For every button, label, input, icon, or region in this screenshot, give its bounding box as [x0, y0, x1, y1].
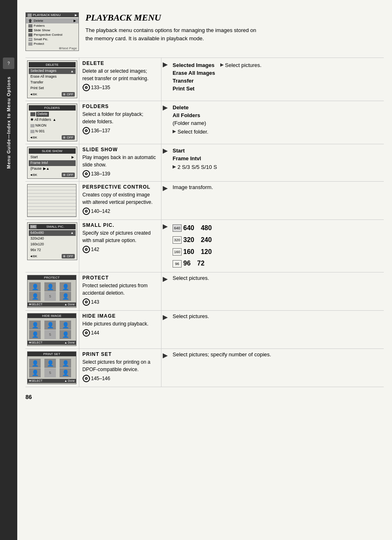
hideimage-title: HIDE IMAGE	[83, 313, 158, 319]
page-title: PLAYBACK MENU	[85, 12, 384, 23]
folders-desc: Select a folder for playback; delete fol…	[83, 111, 158, 125]
delete-erase-all: Erase All Images	[29, 74, 76, 80]
protect-bottom-bar: ❖SELECT ▲ Done	[28, 302, 76, 307]
ref-icon-hideimage: ✿	[83, 329, 90, 337]
ref-icon-delete: ✿	[83, 84, 90, 91]
arrow-printset: ▶	[161, 349, 169, 387]
perspective-row: PERSPECTIVE CONTROL Creates copy of exis…	[25, 181, 384, 219]
delete-title: DELETE	[83, 60, 158, 66]
smallpic-320: 320x240	[29, 236, 76, 242]
photo-4: 👤	[29, 292, 41, 301]
perspective-screen	[27, 184, 76, 217]
hideimage-bottom-bar: ❖SELECT ▲ Done	[28, 341, 76, 345]
opt-start: Start	[173, 147, 380, 155]
page-intro: The playback menu contains options for m…	[85, 26, 258, 42]
opt-print-set: Print Set	[173, 85, 215, 92]
smallpic-640: 640x480 ▲	[29, 230, 76, 236]
size-160-label: 160	[173, 248, 182, 256]
slideshow-desc: Play images back in an automatic slide s…	[83, 154, 158, 168]
size-320-h: 240	[201, 234, 212, 246]
folders-item-trash: Delete	[29, 111, 76, 117]
ref-icon-printset: ✿	[83, 375, 90, 382]
size-640-h: 480	[201, 222, 212, 234]
print-photo-5: 5	[44, 368, 56, 377]
arrow-slideshow: ▶	[161, 144, 169, 181]
next-page-label: ⊕Next Page	[26, 46, 78, 51]
size-96-label: 96	[173, 260, 182, 268]
slideshow-start: Start ▶	[29, 155, 76, 160]
photo-2: 👤	[44, 282, 56, 291]
opt-all-folders: All Folders	[173, 111, 380, 119]
print-photo-3: 👤	[60, 359, 71, 368]
slideshow-pause: (Pause ▶▲	[29, 166, 76, 172]
folders-item-nikon: NIKON	[29, 123, 76, 129]
slideshow-screen: SLIDE SHOW Start ▶ Frame Intvl (Pause	[27, 147, 77, 179]
slideshow-row: SLIDE SHOW Start ▶ Frame Intvl (Pause	[25, 144, 384, 181]
opt-erase-all: Erase All Images	[173, 69, 215, 77]
hide-photo-4: 👤	[29, 330, 41, 339]
size-160-h: 120	[201, 246, 212, 258]
ref-icon-protect: ✿	[83, 298, 90, 306]
smallpic-ref: 142	[91, 247, 99, 252]
folders-row: FOLDERS Delete ✱ All Folders ▲	[25, 101, 384, 144]
opt-selected-images: Selected Images	[173, 61, 215, 69]
print-photo-2: 👤	[44, 359, 56, 368]
top-menu-delete: 🗑 Delete ▶	[26, 18, 78, 23]
protect-row: PROTECT 👤 👤 👤 👤 5 👤 ❖SELECT	[25, 272, 384, 311]
printset-row: PRINT SET 👤 👤 👤 👤 5 👤 ❖SELECT	[25, 349, 384, 387]
smallpic-96: 96x 72	[29, 247, 76, 253]
hideimage-ref: 144	[91, 330, 99, 336]
protect-screen: PROTECT 👤 👤 👤 👤 5 👤 ❖SELECT	[27, 275, 76, 308]
delete-selected-images: Selected Images ▲	[29, 68, 76, 74]
perspective-title: PERSPECTIVE CONTROL	[83, 184, 158, 190]
perspective-desc: Creates copy of existing image with alte…	[83, 191, 158, 206]
printset-desc: Select pictures for printing on a DPOF-c…	[83, 358, 158, 373]
size-96-h: 72	[197, 258, 205, 270]
smallpic-desc: Specify size of pictures created with sm…	[83, 229, 158, 244]
delete-row: DELETE Selected Images ▲ Erase All Image…	[25, 58, 384, 101]
hideimage-desc: Hide pictures during playback.	[83, 320, 158, 328]
protect-ref: 143	[91, 299, 99, 305]
delete-desc: Delete all or selected images; reset tra…	[83, 67, 158, 82]
photo-3: 👤	[60, 282, 71, 291]
question-icon: ?	[3, 58, 14, 69]
printset-title: PRINT SET	[83, 351, 158, 357]
opt-transfer: Transfer	[173, 77, 215, 85]
slideshow-ref: 138–139	[91, 171, 111, 177]
ref-icon-smallpic: ✿	[83, 246, 90, 253]
size-160-w: 160	[183, 246, 194, 258]
protect-desc: Protect selected pictures from accidenta…	[83, 282, 158, 297]
sidebar: ? Menu Guide—Index to Menu Options	[0, 0, 17, 540]
print-photo-6: 👤	[60, 368, 71, 377]
printset-bottom-bar: ❖SELECT ▲ Done	[28, 379, 76, 383]
opt-select-folder: Select folder.	[178, 129, 208, 135]
delete-print-set: Print Set	[29, 85, 76, 91]
hide-photo-5: 5	[44, 330, 56, 339]
print-photo-4: 👤	[29, 368, 41, 377]
opt-folder-name: (Folder name)	[173, 119, 380, 127]
perspective-option: Image transform.	[173, 184, 213, 190]
slideshow-title: SLIDE SHOW	[83, 147, 158, 152]
arrow-protect: ▶	[161, 272, 169, 311]
smallpic-title: SMALL PIC.	[83, 222, 158, 228]
size-options: 640 640 480 320 320 240 160	[173, 222, 380, 270]
top-menu-perspective: Perspective Control	[26, 32, 78, 37]
photo-1: 👤	[29, 282, 41, 291]
arrow-perspective: ▶	[161, 181, 169, 219]
top-menu-protect: Protect	[26, 42, 78, 46]
top-screen: PLAYBACK MENU ▶ 🗑 Delete ▶ Folders	[25, 12, 79, 51]
smallpic-screen: 640 SMALL PIC. 640x480 ▲ 320x240 160x	[27, 222, 77, 260]
photo-6: 👤	[60, 292, 71, 301]
hideimage-row: HIDE IMAGE 👤 👤 👤 👤 5 👤 ❖SELECT	[25, 311, 384, 349]
menu-table: DELETE Selected Images ▲ Erase All Image…	[25, 58, 384, 387]
opt-select-pictures-1: Select pictures.	[225, 62, 262, 68]
folders-title: FOLDERS	[83, 104, 158, 109]
size-320-w: 320	[183, 234, 194, 246]
print-photo-1: 👤	[29, 359, 41, 368]
hide-photo-2: 👤	[44, 321, 56, 330]
size-640-label: 640	[173, 224, 182, 232]
page-number: 86	[25, 394, 384, 400]
folders-ref: 136–137	[91, 128, 111, 134]
folders-screen: FOLDERS Delete ✱ All Folders ▲	[27, 104, 77, 141]
arrow-smallpic: ▶	[161, 219, 169, 272]
